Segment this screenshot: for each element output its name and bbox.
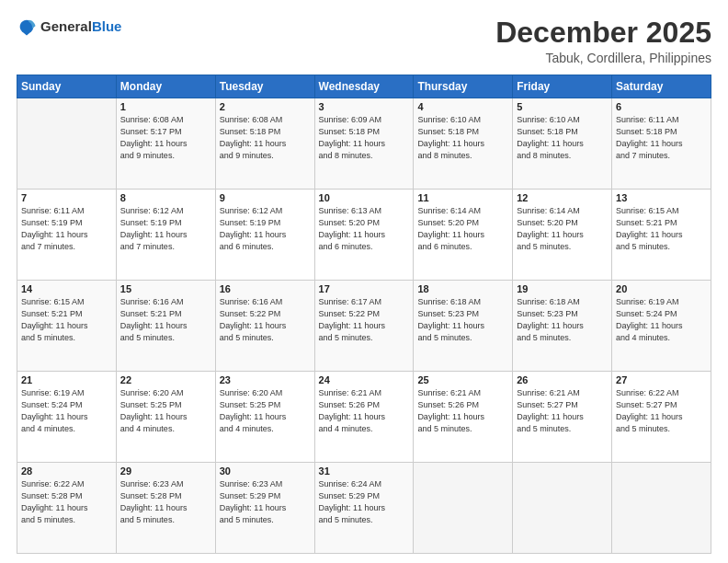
day-info: Sunrise: 6:23 AM Sunset: 5:29 PM Dayligh…	[220, 478, 311, 526]
day-number: 14	[21, 283, 112, 294]
calendar-cell: 23Sunrise: 6:20 AM Sunset: 5:25 PM Dayli…	[215, 372, 314, 463]
day-number: 4	[417, 101, 508, 112]
day-number: 10	[319, 192, 410, 203]
calendar-cell: 27Sunrise: 6:22 AM Sunset: 5:27 PM Dayli…	[612, 372, 711, 463]
day-number: 26	[517, 374, 608, 385]
day-number: 20	[616, 283, 707, 294]
calendar-cell: 25Sunrise: 6:21 AM Sunset: 5:26 PM Dayli…	[414, 372, 513, 463]
logo-icon	[17, 17, 37, 37]
calendar-cell: 17Sunrise: 6:17 AM Sunset: 5:22 PM Dayli…	[314, 281, 414, 372]
day-number: 29	[120, 465, 211, 477]
logo-general: General	[40, 18, 92, 34]
calendar-header-monday: Monday	[116, 75, 215, 98]
calendar-cell	[17, 98, 117, 190]
calendar-cell	[612, 463, 711, 554]
day-info: Sunrise: 6:21 AM Sunset: 5:27 PM Dayligh…	[517, 387, 608, 435]
calendar-cell: 16Sunrise: 6:16 AM Sunset: 5:22 PM Dayli…	[215, 281, 314, 372]
calendar-cell: 29Sunrise: 6:23 AM Sunset: 5:28 PM Dayli…	[116, 463, 215, 554]
header: GeneralBlue December 2025 Tabuk, Cordill…	[17, 17, 711, 65]
day-info: Sunrise: 6:09 AM Sunset: 5:18 PM Dayligh…	[319, 114, 410, 162]
day-info: Sunrise: 6:21 AM Sunset: 5:26 PM Dayligh…	[417, 387, 508, 435]
calendar-header-wednesday: Wednesday	[314, 75, 414, 98]
day-number: 30	[220, 465, 311, 477]
calendar-header-saturday: Saturday	[612, 75, 711, 98]
calendar-header-tuesday: Tuesday	[215, 75, 314, 98]
page: GeneralBlue December 2025 Tabuk, Cordill…	[0, 0, 728, 563]
day-info: Sunrise: 6:12 AM Sunset: 5:19 PM Dayligh…	[120, 205, 211, 253]
calendar-cell	[414, 463, 513, 554]
day-info: Sunrise: 6:08 AM Sunset: 5:18 PM Dayligh…	[220, 114, 311, 162]
day-number: 22	[120, 374, 211, 385]
day-info: Sunrise: 6:19 AM Sunset: 5:24 PM Dayligh…	[21, 387, 112, 435]
calendar-cell: 19Sunrise: 6:18 AM Sunset: 5:23 PM Dayli…	[513, 281, 612, 372]
day-info: Sunrise: 6:11 AM Sunset: 5:18 PM Dayligh…	[616, 114, 707, 162]
day-info: Sunrise: 6:23 AM Sunset: 5:28 PM Dayligh…	[120, 478, 211, 526]
calendar-cell: 9Sunrise: 6:12 AM Sunset: 5:19 PM Daylig…	[215, 190, 314, 281]
day-info: Sunrise: 6:13 AM Sunset: 5:20 PM Dayligh…	[319, 205, 410, 253]
day-info: Sunrise: 6:12 AM Sunset: 5:19 PM Dayligh…	[220, 205, 311, 253]
title-block: December 2025 Tabuk, Cordillera, Philipp…	[495, 17, 711, 65]
day-number: 6	[616, 101, 707, 112]
calendar-cell: 6Sunrise: 6:11 AM Sunset: 5:18 PM Daylig…	[612, 98, 711, 190]
calendar-table: SundayMondayTuesdayWednesdayThursdayFrid…	[17, 75, 711, 554]
calendar-cell: 5Sunrise: 6:10 AM Sunset: 5:18 PM Daylig…	[513, 98, 612, 190]
day-info: Sunrise: 6:08 AM Sunset: 5:17 PM Dayligh…	[120, 114, 211, 162]
day-info: Sunrise: 6:15 AM Sunset: 5:21 PM Dayligh…	[616, 205, 707, 253]
day-info: Sunrise: 6:18 AM Sunset: 5:23 PM Dayligh…	[417, 296, 508, 344]
day-info: Sunrise: 6:22 AM Sunset: 5:27 PM Dayligh…	[616, 387, 707, 435]
calendar-cell: 13Sunrise: 6:15 AM Sunset: 5:21 PM Dayli…	[612, 190, 711, 281]
day-info: Sunrise: 6:24 AM Sunset: 5:29 PM Dayligh…	[319, 478, 410, 526]
calendar-cell: 12Sunrise: 6:14 AM Sunset: 5:20 PM Dayli…	[513, 190, 612, 281]
calendar-cell: 20Sunrise: 6:19 AM Sunset: 5:24 PM Dayli…	[612, 281, 711, 372]
calendar-week-row: 1Sunrise: 6:08 AM Sunset: 5:17 PM Daylig…	[17, 98, 711, 190]
day-number: 5	[517, 101, 608, 112]
day-number: 18	[417, 283, 508, 294]
day-number: 7	[21, 192, 112, 203]
calendar-cell: 11Sunrise: 6:14 AM Sunset: 5:20 PM Dayli…	[414, 190, 513, 281]
location-title: Tabuk, Cordillera, Philippines	[495, 51, 711, 65]
calendar-cell: 30Sunrise: 6:23 AM Sunset: 5:29 PM Dayli…	[215, 463, 314, 554]
calendar-cell: 2Sunrise: 6:08 AM Sunset: 5:18 PM Daylig…	[215, 98, 314, 190]
day-info: Sunrise: 6:15 AM Sunset: 5:21 PM Dayligh…	[21, 296, 112, 344]
logo: GeneralBlue	[17, 17, 121, 37]
day-number: 27	[616, 374, 707, 385]
day-number: 2	[220, 101, 311, 112]
day-info: Sunrise: 6:14 AM Sunset: 5:20 PM Dayligh…	[417, 205, 508, 253]
day-info: Sunrise: 6:16 AM Sunset: 5:22 PM Dayligh…	[220, 296, 311, 344]
calendar-cell: 28Sunrise: 6:22 AM Sunset: 5:28 PM Dayli…	[17, 463, 117, 554]
day-info: Sunrise: 6:18 AM Sunset: 5:23 PM Dayligh…	[517, 296, 608, 344]
calendar-cell: 21Sunrise: 6:19 AM Sunset: 5:24 PM Dayli…	[17, 372, 117, 463]
calendar-cell: 4Sunrise: 6:10 AM Sunset: 5:18 PM Daylig…	[414, 98, 513, 190]
calendar-cell: 22Sunrise: 6:20 AM Sunset: 5:25 PM Dayli…	[116, 372, 215, 463]
day-number: 16	[220, 283, 311, 294]
day-info: Sunrise: 6:20 AM Sunset: 5:25 PM Dayligh…	[120, 387, 211, 435]
calendar-cell: 7Sunrise: 6:11 AM Sunset: 5:19 PM Daylig…	[17, 190, 117, 281]
calendar-cell: 8Sunrise: 6:12 AM Sunset: 5:19 PM Daylig…	[116, 190, 215, 281]
day-number: 9	[220, 192, 311, 203]
day-info: Sunrise: 6:19 AM Sunset: 5:24 PM Dayligh…	[616, 296, 707, 344]
day-number: 3	[319, 101, 410, 112]
day-number: 25	[417, 374, 508, 385]
calendar-cell: 3Sunrise: 6:09 AM Sunset: 5:18 PM Daylig…	[314, 98, 414, 190]
calendar-week-row: 28Sunrise: 6:22 AM Sunset: 5:28 PM Dayli…	[17, 463, 711, 554]
day-info: Sunrise: 6:10 AM Sunset: 5:18 PM Dayligh…	[417, 114, 508, 162]
calendar-cell: 10Sunrise: 6:13 AM Sunset: 5:20 PM Dayli…	[314, 190, 414, 281]
day-number: 24	[319, 374, 410, 385]
day-info: Sunrise: 6:21 AM Sunset: 5:26 PM Dayligh…	[319, 387, 410, 435]
calendar-header-friday: Friday	[513, 75, 612, 98]
calendar-cell: 24Sunrise: 6:21 AM Sunset: 5:26 PM Dayli…	[314, 372, 414, 463]
day-info: Sunrise: 6:22 AM Sunset: 5:28 PM Dayligh…	[21, 478, 112, 526]
day-number: 11	[417, 192, 508, 203]
calendar-week-row: 7Sunrise: 6:11 AM Sunset: 5:19 PM Daylig…	[17, 190, 711, 281]
calendar-cell	[513, 463, 612, 554]
calendar-header-row: SundayMondayTuesdayWednesdayThursdayFrid…	[17, 75, 711, 98]
day-number: 19	[517, 283, 608, 294]
day-info: Sunrise: 6:11 AM Sunset: 5:19 PM Dayligh…	[21, 205, 112, 253]
calendar-cell: 18Sunrise: 6:18 AM Sunset: 5:23 PM Dayli…	[414, 281, 513, 372]
calendar-cell: 1Sunrise: 6:08 AM Sunset: 5:17 PM Daylig…	[116, 98, 215, 190]
day-number: 15	[120, 283, 211, 294]
day-number: 23	[220, 374, 311, 385]
day-number: 17	[319, 283, 410, 294]
day-number: 28	[21, 465, 112, 477]
calendar-header-thursday: Thursday	[414, 75, 513, 98]
